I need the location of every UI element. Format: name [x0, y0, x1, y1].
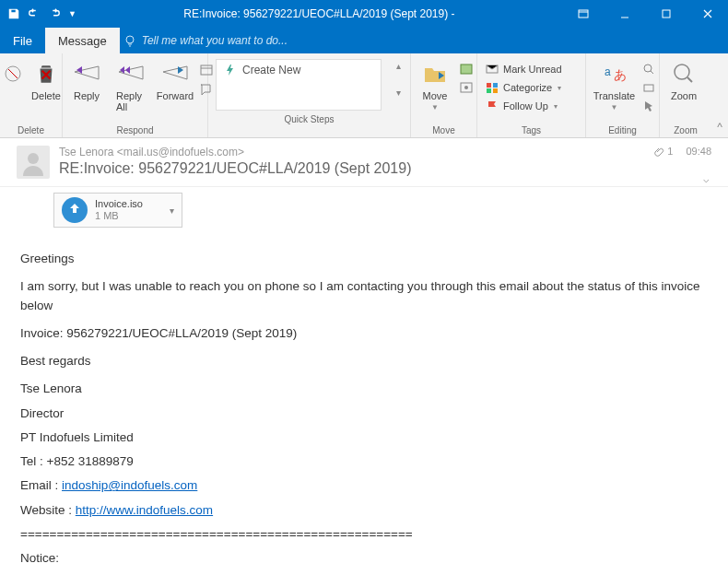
gallery-up-icon[interactable]: ▴ [396, 61, 401, 71]
svg-point-18 [675, 65, 689, 79]
reply-all-icon [116, 59, 146, 88]
svg-point-16 [644, 65, 652, 72]
ribbon-collapse-icon[interactable]: ^ [711, 53, 728, 137]
svg-rect-12 [487, 88, 491, 93]
redo-icon[interactable] [48, 7, 61, 20]
undo-icon[interactable] [28, 7, 41, 20]
window-title: RE:Invoice: 956279221/UEOC#LLA/2019 (Sep… [76, 7, 562, 20]
maximize-icon[interactable] [645, 0, 687, 28]
sender-avatar [17, 146, 50, 179]
subject-line: RE:Invoice: 956279221/UEOC#LLA/2019 (Sep… [59, 160, 644, 177]
mark-unread-button[interactable]: Mark Unread [481, 61, 581, 77]
expand-header-icon[interactable]: ⌵ [703, 173, 710, 185]
body-regards: Best regards [20, 352, 708, 370]
svg-point-19 [28, 153, 39, 164]
paperclip-icon [653, 146, 664, 157]
zoom-icon [669, 59, 699, 88]
tell-me-search[interactable]: Tell me what you want to do... [123, 34, 288, 47]
quick-steps-group: Create New ▴ ▾ Quick Steps [208, 53, 411, 137]
flag-icon [485, 99, 499, 113]
body-invoice-ref: Invoice: 956279221/UEOC#LLA/2019 (Sept 2… [20, 324, 708, 343]
menu-message[interactable]: Message [45, 28, 120, 53]
attachment-name: Invoice.iso [95, 198, 162, 210]
svg-rect-0 [579, 10, 588, 18]
attachment-item[interactable]: Invoice.iso 1 MB ▾ [53, 193, 182, 228]
group-label-tags: Tags [481, 125, 581, 137]
group-label-delete: Delete [4, 125, 58, 137]
lightning-icon [224, 64, 237, 76]
delete-icon [31, 59, 61, 88]
attachment-indicator: 1 [653, 146, 673, 157]
move-button[interactable]: Move ▼ [415, 59, 455, 111]
related-icon[interactable] [642, 81, 655, 94]
attachment-menu-icon[interactable]: ▾ [170, 205, 174, 216]
sig-company: PT Indofuels Limited [20, 428, 708, 447]
select-icon[interactable] [642, 100, 655, 112]
notice-heading: Notice: [20, 549, 708, 568]
forward-icon [160, 59, 190, 88]
sig-email-line: Email : indoship@indofuels.com [20, 476, 708, 495]
delete-button[interactable]: Delete [26, 59, 66, 101]
follow-up-button[interactable]: Follow Up▾ [481, 98, 581, 114]
minimize-icon[interactable] [604, 0, 645, 28]
message-body: Greetings I am sorry, but I was unable t… [0, 237, 728, 575]
group-label-move: Move [415, 125, 473, 137]
body-para: I am sorry, but I was unable to reach yo… [20, 277, 708, 315]
from-line: Tse Lenora <mail.us@indofuels.com> [59, 146, 644, 158]
menu-file[interactable]: File [0, 28, 45, 53]
sig-tel: Tel : +852 31889879 [20, 452, 708, 471]
message-header: Tse Lenora <mail.us@indofuels.com> RE:In… [0, 138, 728, 187]
attachment-size: 1 MB [95, 210, 162, 222]
close-icon[interactable] [687, 0, 728, 28]
envelope-icon [485, 62, 499, 76]
group-label-quicksteps: Quick Steps [216, 114, 403, 126]
gallery-expand-icon[interactable]: ▾ [396, 88, 401, 98]
rules-icon[interactable] [459, 63, 474, 76]
translate-button[interactable]: aあ Translate ▼ [590, 59, 639, 111]
translate-icon: aあ [600, 59, 629, 88]
svg-rect-2 [663, 10, 670, 18]
forward-button[interactable]: Forward [155, 59, 195, 101]
svg-rect-10 [487, 83, 491, 88]
body-greeting: Greetings [20, 250, 708, 268]
reply-button[interactable]: Reply [66, 59, 107, 101]
junk-dropdown[interactable] [4, 59, 22, 88]
reply-all-button[interactable]: Reply All [111, 59, 151, 112]
save-icon[interactable] [7, 7, 20, 20]
ribbon-display-icon[interactable] [562, 0, 604, 28]
junk-icon [0, 59, 28, 88]
ribbon: Delete Delete Reply Reply All Forward [0, 53, 728, 138]
svg-text:a: a [605, 65, 611, 78]
iso-file-icon [62, 197, 88, 223]
sig-web-link[interactable]: http://www.indofuels.com [76, 503, 213, 517]
find-icon[interactable] [642, 63, 655, 76]
categorize-button[interactable]: Categorize▾ [481, 79, 581, 96]
lightbulb-icon [123, 34, 136, 47]
group-label-respond: Respond [66, 125, 204, 137]
svg-rect-11 [493, 83, 498, 88]
reply-icon [72, 59, 101, 88]
svg-rect-17 [644, 85, 653, 91]
svg-rect-13 [493, 88, 498, 93]
group-label-editing: Editing [590, 125, 655, 137]
chevron-down-icon[interactable]: ▼ [68, 9, 76, 18]
sig-divider: ========================================… [20, 525, 708, 544]
sig-web-line: Website : http://www.indofuels.com [20, 501, 708, 520]
svg-rect-6 [461, 65, 472, 74]
zoom-button[interactable]: Zoom [663, 59, 704, 101]
categorize-icon [485, 80, 499, 95]
group-label-zoom: Zoom [663, 125, 708, 137]
quick-steps-gallery[interactable]: Create New [216, 59, 382, 111]
attachment-area: Invoice.iso 1 MB ▾ [0, 187, 728, 237]
move-folder-icon [420, 59, 450, 88]
sig-email-link[interactable]: indoship@indofuels.com [62, 478, 197, 492]
svg-point-8 [464, 86, 468, 89]
menu-bar: File Message Tell me what you want to do… [0, 28, 728, 53]
sig-name: Tse Lenora [20, 380, 708, 398]
svg-point-3 [126, 36, 134, 43]
actions-icon[interactable] [459, 81, 474, 94]
sig-title: Director [20, 405, 708, 423]
svg-text:あ: あ [614, 67, 627, 82]
message-time: 09:48 [686, 146, 711, 157]
title-bar: ▼ RE:Invoice: 956279221/UEOC#LLA/2019 (S… [0, 0, 728, 28]
